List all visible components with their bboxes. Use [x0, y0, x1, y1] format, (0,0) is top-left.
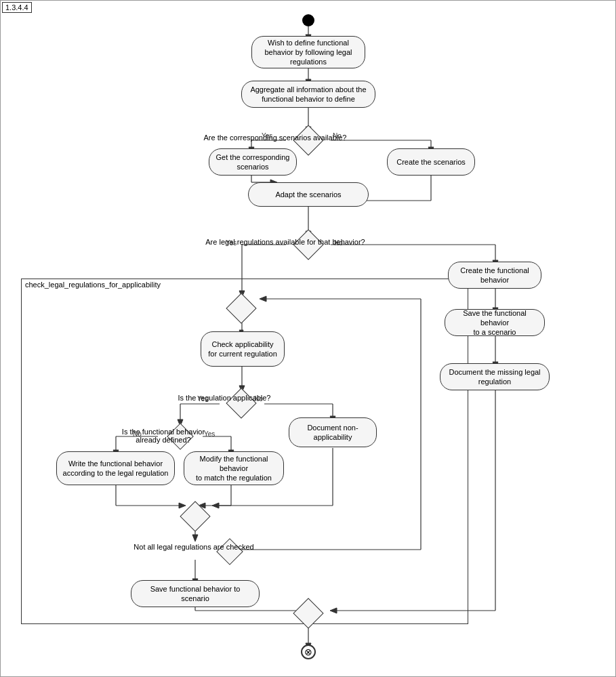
d5-yes-label: Yes — [204, 430, 215, 438]
version-tag: 1.3.4.4 — [2, 2, 32, 13]
diamond-final-merge — [297, 602, 319, 624]
node-wish-define: Wish to define functional behavior by fo… — [251, 36, 365, 68]
node-save-functional: Save functional behavior to scenario — [131, 580, 260, 607]
node-create-scenarios: Create the scenarios — [387, 148, 475, 176]
node-aggregate: Aggregate all information about thefunct… — [241, 81, 375, 108]
node-adapt-scenarios: Adapt the scenarios — [248, 182, 369, 207]
d4-no-label: No — [254, 395, 263, 403]
start-node — [302, 14, 314, 26]
node-save-to-scenario: Save the functional behaviorto a scenari… — [445, 309, 545, 336]
d5-no-label: No — [133, 430, 142, 438]
d1-yes-label: Yes — [262, 132, 272, 140]
diamond-legal-label: Are legal regulations available for that… — [184, 238, 387, 246]
d2-no-label: No — [334, 239, 343, 247]
swimlane-label: check_legal_regulations_for_applicabilit… — [25, 281, 161, 289]
d2-yes-label: Yes — [226, 239, 237, 247]
node-modify-behavior: Modify the functional behaviorto match t… — [184, 451, 284, 485]
diamond-regulation-label: Is the regulation applicable? — [150, 394, 299, 402]
node-doc-nonapplicability: Document non-applicability — [289, 417, 377, 447]
diamond-not-all-label: Not all legal regulations are checked — [106, 543, 282, 551]
d1-no-label: No — [333, 132, 342, 140]
node-create-behavior: Create the functional behavior — [448, 262, 541, 289]
end-node: ⊗ — [301, 644, 316, 659]
node-write-behavior: Write the functional behavioraccording t… — [56, 451, 175, 485]
diamond-merge2 — [184, 506, 206, 527]
diamond-merge1 — [230, 298, 252, 319]
diagram-container: 1.3.4.4 — [0, 0, 616, 677]
node-doc-missing-regulation: Document the missing legal regulation — [440, 363, 550, 390]
node-get-scenarios: Get the corresponding scenarios — [209, 148, 297, 176]
node-check-applicability: Check applicabilityfor current regulatio… — [201, 331, 285, 367]
d4-yes-label: Yes — [197, 395, 208, 403]
